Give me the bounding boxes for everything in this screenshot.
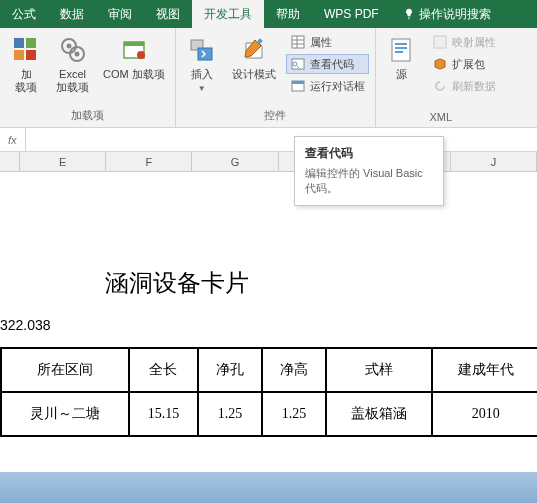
tab-formula[interactable]: 公式 bbox=[0, 0, 48, 28]
com-addins-button[interactable]: COM 加载项 bbox=[99, 32, 169, 83]
design-mode-icon bbox=[238, 34, 270, 66]
group-addins: 加 载项 Excel 加载项 COM 加载项 加载项 bbox=[0, 28, 176, 127]
com-addins-label: COM 加载项 bbox=[103, 68, 165, 81]
design-mode-label: 设计模式 bbox=[232, 68, 276, 81]
xml-source-icon bbox=[386, 34, 418, 66]
map-properties-label: 映射属性 bbox=[452, 35, 496, 50]
excel-addins-label: Excel 加载项 bbox=[56, 68, 89, 94]
run-dialog-label: 运行对话框 bbox=[310, 79, 365, 94]
svg-rect-14 bbox=[292, 36, 304, 48]
map-properties-icon bbox=[432, 34, 448, 50]
hdr-hole[interactable]: 净孔 bbox=[198, 348, 262, 392]
ribbon: 加 载项 Excel 加载项 COM 加载项 加载项 插入 ▼ 设计模式 bbox=[0, 28, 537, 128]
hdr-section[interactable]: 所在区间 bbox=[1, 348, 129, 392]
design-mode-button[interactable]: 设计模式 bbox=[228, 32, 280, 83]
hdr-year[interactable]: 建成年代 bbox=[432, 348, 537, 392]
excel-addins-button[interactable]: Excel 加载项 bbox=[52, 32, 93, 96]
column-headers: E F G H I J bbox=[0, 152, 537, 172]
insert-control-button[interactable]: 插入 ▼ bbox=[182, 32, 222, 96]
svg-rect-26 bbox=[395, 51, 403, 53]
svg-rect-25 bbox=[395, 47, 407, 49]
formula-bar: fx bbox=[0, 128, 537, 152]
svg-point-7 bbox=[74, 52, 79, 57]
col-header-F[interactable]: F bbox=[106, 152, 192, 171]
run-dialog-button[interactable]: 运行对话框 bbox=[286, 76, 369, 96]
addins-button[interactable]: 加 载项 bbox=[6, 32, 46, 96]
ribbon-tabs: 公式 数据 审阅 视图 开发工具 帮助 WPS PDF 操作说明搜索 bbox=[0, 0, 537, 28]
map-properties-button[interactable]: 映射属性 bbox=[428, 32, 500, 52]
refresh-data-icon bbox=[432, 78, 448, 94]
insert-control-icon bbox=[186, 34, 218, 66]
tab-help[interactable]: 帮助 bbox=[264, 0, 312, 28]
tooltip: 查看代码 编辑控件的 Visual Basic 代码。 bbox=[294, 136, 444, 206]
svg-rect-23 bbox=[392, 39, 410, 61]
svg-point-6 bbox=[66, 44, 71, 49]
chevron-down-icon: ▼ bbox=[198, 84, 206, 94]
xml-source-label: 源 bbox=[396, 68, 407, 81]
table-header-row: 所在区间 全长 净孔 净高 式样 建成年代 bbox=[1, 348, 537, 392]
properties-icon bbox=[290, 34, 306, 50]
cell-hole[interactable]: 1.25 bbox=[198, 392, 262, 436]
tab-view[interactable]: 视图 bbox=[144, 0, 192, 28]
tab-developer[interactable]: 开发工具 bbox=[192, 0, 264, 28]
view-code-label: 查看代码 bbox=[310, 57, 354, 72]
group-xml: 源 映射属性 扩展包 刷新数据 XML bbox=[376, 28, 506, 127]
group-xml-label: XML bbox=[382, 109, 500, 125]
group-controls: 插入 ▼ 设计模式 属性 查看代码 运行对话框 bbox=[176, 28, 376, 127]
tooltip-desc: 编辑控件的 Visual Basic 代码。 bbox=[305, 166, 433, 197]
svg-rect-22 bbox=[292, 81, 304, 84]
corner-cell[interactable] bbox=[0, 152, 20, 171]
image-strip bbox=[0, 472, 537, 503]
view-code-icon bbox=[290, 56, 306, 72]
hdr-length[interactable]: 全长 bbox=[129, 348, 198, 392]
properties-label: 属性 bbox=[310, 35, 332, 50]
tell-me-search[interactable]: 操作说明搜索 bbox=[391, 0, 503, 28]
table-row: 灵川～二塘 15.15 1.25 1.25 盖板箱涵 2010 bbox=[1, 392, 537, 436]
tell-me-label: 操作说明搜索 bbox=[419, 6, 491, 23]
data-table: 所在区间 全长 净孔 净高 式样 建成年代 灵川～二塘 15.15 1.25 1… bbox=[0, 347, 537, 437]
col-header-J[interactable]: J bbox=[451, 152, 537, 171]
cell-year[interactable]: 2010 bbox=[432, 392, 537, 436]
hdr-type[interactable]: 式样 bbox=[326, 348, 433, 392]
sheet-title: 涵洞设备卡片 bbox=[105, 267, 249, 299]
group-controls-label: 控件 bbox=[182, 106, 369, 125]
svg-rect-24 bbox=[395, 43, 407, 45]
com-addins-icon bbox=[118, 34, 150, 66]
xml-source-button[interactable]: 源 bbox=[382, 32, 422, 83]
addins-icon bbox=[10, 34, 42, 66]
svg-rect-0 bbox=[14, 38, 24, 48]
sheet-number: 322.038 bbox=[0, 317, 51, 333]
tab-wps-pdf[interactable]: WPS PDF bbox=[312, 0, 391, 28]
tab-review[interactable]: 审阅 bbox=[96, 0, 144, 28]
expand-pack-button[interactable]: 扩展包 bbox=[428, 54, 500, 74]
svg-rect-3 bbox=[26, 50, 36, 60]
tab-data[interactable]: 数据 bbox=[48, 0, 96, 28]
refresh-data-label: 刷新数据 bbox=[452, 79, 496, 94]
cell-length[interactable]: 15.15 bbox=[129, 392, 198, 436]
svg-rect-27 bbox=[434, 36, 446, 48]
excel-addins-icon bbox=[57, 34, 89, 66]
expand-pack-label: 扩展包 bbox=[452, 57, 485, 72]
refresh-data-button[interactable]: 刷新数据 bbox=[428, 76, 500, 96]
svg-rect-9 bbox=[124, 42, 144, 46]
view-code-button[interactable]: 查看代码 bbox=[286, 54, 369, 74]
properties-button[interactable]: 属性 bbox=[286, 32, 369, 52]
cell-height[interactable]: 1.25 bbox=[262, 392, 326, 436]
group-addins-label: 加载项 bbox=[6, 106, 169, 125]
cell-section[interactable]: 灵川～二塘 bbox=[1, 392, 129, 436]
run-dialog-icon bbox=[290, 78, 306, 94]
svg-rect-2 bbox=[14, 50, 24, 60]
svg-rect-1 bbox=[26, 38, 36, 48]
insert-control-label: 插入 bbox=[191, 68, 213, 81]
bulb-icon bbox=[403, 8, 415, 20]
expand-pack-icon bbox=[432, 56, 448, 72]
col-header-G[interactable]: G bbox=[192, 152, 278, 171]
svg-point-10 bbox=[137, 51, 145, 59]
cell-type[interactable]: 盖板箱涵 bbox=[326, 392, 433, 436]
col-header-E[interactable]: E bbox=[20, 152, 106, 171]
fx-label[interactable]: fx bbox=[0, 128, 26, 151]
addins-label: 加 载项 bbox=[15, 68, 37, 94]
tooltip-title: 查看代码 bbox=[305, 145, 433, 162]
hdr-height[interactable]: 净高 bbox=[262, 348, 326, 392]
